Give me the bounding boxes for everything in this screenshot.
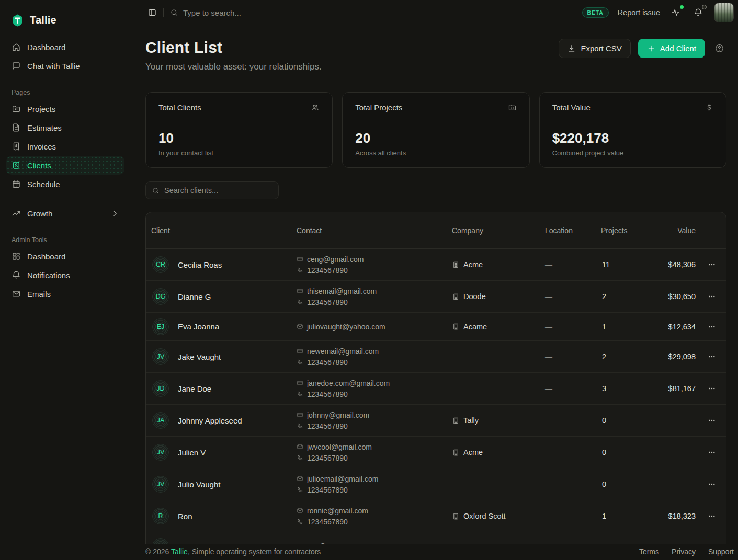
client-phone: 1234567890 (307, 390, 348, 398)
table-row[interactable]: JV Jake Vaught newemail@gmail.com 123456… (146, 341, 726, 373)
client-phone: 1234567890 (307, 454, 348, 462)
sidebar-section: Dashboard Chat with Tallie (6, 38, 124, 75)
page-header: Client List Your most valuable asset: yo… (145, 39, 726, 72)
notifications-button[interactable] (691, 6, 705, 19)
client-location: — (540, 512, 596, 520)
sidebar-item-dashboard[interactable]: Dashboard (6, 247, 124, 266)
client-location: — (540, 352, 596, 361)
sidebar-item-chat-with-tallie[interactable]: Chat with Tallie (6, 56, 124, 75)
sidebar-item-emails[interactable]: Emails (6, 284, 124, 303)
bell-icon (694, 8, 703, 17)
row-menu-button[interactable] (706, 350, 718, 363)
sidebar-section-label: Pages (12, 89, 119, 96)
footer-link-terms[interactable]: Terms (639, 547, 659, 556)
global-search[interactable] (170, 8, 319, 17)
client-avatar: JA (152, 412, 169, 429)
client-email: julioemail@gmail.com (307, 475, 378, 483)
sidebar-item-notifications[interactable]: Notifications (6, 266, 124, 284)
ellipsis-icon (708, 480, 716, 488)
footer-link-support[interactable]: Support (708, 547, 734, 556)
client-projects: 2 (596, 292, 642, 301)
copyright: © 2026 Tallie, Simple operating system f… (145, 547, 321, 556)
client-company: Tally (463, 416, 479, 425)
client-projects: 0 (596, 416, 642, 425)
client-email: juliovaught@yahoo.com (307, 323, 385, 331)
client-value: $81,167 (642, 384, 697, 393)
client-name: Jane Doe (178, 384, 211, 393)
client-location: — (540, 260, 596, 269)
mail-icon (297, 323, 303, 330)
sidebar-section-label: Admin Tools (12, 236, 119, 244)
sidebar-item-projects[interactable]: Projects (6, 99, 124, 118)
client-search-input[interactable] (164, 186, 273, 195)
brand[interactable]: Tallie (6, 7, 124, 30)
row-menu-button[interactable] (706, 382, 718, 395)
brand-name: Tallie (30, 14, 56, 26)
row-menu-button[interactable] (706, 290, 718, 303)
topbar-divider (163, 8, 164, 17)
sidebar-item-growth[interactable]: Growth (6, 204, 124, 223)
table-row[interactable]: JD Jane Doe janedoe.com@gmail.com 123456… (146, 373, 726, 405)
ellipsis-icon (708, 260, 716, 269)
table-row[interactable]: R Ron ronnie@gmail.com 1234567890 Oxford… (146, 500, 726, 532)
table-row[interactable]: JA Johnny Appleseed johnny@gmail.com 123… (146, 405, 726, 437)
client-location: — (540, 323, 596, 331)
client-email: newemail@gmail.com (307, 347, 379, 356)
client-value: $18,323 (642, 512, 697, 520)
sidebar-item-dashboard[interactable]: Dashboard (6, 38, 124, 56)
help-button[interactable] (712, 41, 726, 55)
report-issue-button[interactable]: Report issue (618, 8, 660, 17)
sidebar-item-estimates[interactable]: Estimates (6, 118, 124, 137)
client-phone: 1234567890 (307, 422, 348, 430)
client-location: — (540, 384, 596, 393)
table-row[interactable]: DG Dianne G thisemail@gmail.com 12345678… (146, 281, 726, 313)
row-menu-button[interactable] (706, 446, 718, 459)
footer-brand-link[interactable]: Tallie (171, 547, 188, 556)
client-search[interactable] (145, 181, 279, 199)
table-row[interactable]: JV Julien V jwvcool@gmail.com 1234567890… (146, 437, 726, 468)
sidebar-toggle-button[interactable] (145, 6, 159, 19)
building-icon (452, 417, 460, 425)
sidebar-item-invoices[interactable]: Invoices (6, 137, 124, 156)
page-content: Client List Your most valuable asset: yo… (131, 39, 738, 560)
phone-icon (297, 518, 303, 525)
help-circle-icon (714, 43, 724, 53)
row-menu-button[interactable] (706, 258, 718, 271)
client-value: — (642, 448, 697, 456)
row-menu-button[interactable] (706, 478, 718, 490)
export-csv-button[interactable]: Export CSV (559, 39, 630, 58)
sidebar-section: Admin Tools Dashboard Notifications Emai… (6, 236, 124, 303)
ellipsis-icon (708, 512, 716, 520)
footer-link-privacy[interactable]: Privacy (672, 547, 696, 556)
client-email: ronnie@gmail.com (307, 507, 368, 515)
table-row[interactable]: JV Julio Vaught julioemail@gmail.com 123… (146, 468, 726, 500)
client-name: Julien V (178, 448, 206, 457)
building-icon (452, 323, 460, 330)
stat-card-total-projects: Total Projects 20 Across all clients (342, 92, 529, 168)
mail-icon (297, 443, 303, 450)
client-value: $29,098 (642, 352, 697, 361)
tallie-logo-icon (10, 13, 25, 27)
phone-icon (297, 454, 303, 461)
phone-icon (297, 267, 303, 273)
add-client-button[interactable]: Add Client (638, 39, 705, 58)
row-menu-button[interactable] (706, 321, 718, 333)
activity-button[interactable] (669, 6, 683, 19)
building-icon (452, 512, 460, 520)
table-row[interactable]: EJ Eva Joanna juliovaught@yahoo.com Acam… (146, 313, 726, 341)
footer: © 2026 Tallie, Simple operating system f… (0, 544, 738, 560)
sidebar-item-clients[interactable]: Clients (6, 156, 124, 175)
row-menu-button[interactable] (706, 510, 718, 522)
clients-table: Client Contact Company Location Projects… (145, 212, 726, 560)
row-menu-button[interactable] (706, 414, 718, 427)
table-row[interactable]: CR Cecilia Roas ceng@gmail.com 123456789… (146, 249, 726, 281)
client-value: $48,306 (642, 260, 697, 269)
folder-icon (508, 103, 517, 112)
stat-value: $220,178 (552, 130, 713, 146)
activity-status-dot (680, 5, 684, 9)
sidebar-item-schedule[interactable]: Schedule (6, 175, 124, 193)
global-search-input[interactable] (183, 8, 319, 17)
user-avatar[interactable] (714, 3, 734, 22)
client-phone: 1234567890 (307, 266, 348, 275)
trending-up-icon (12, 209, 21, 218)
